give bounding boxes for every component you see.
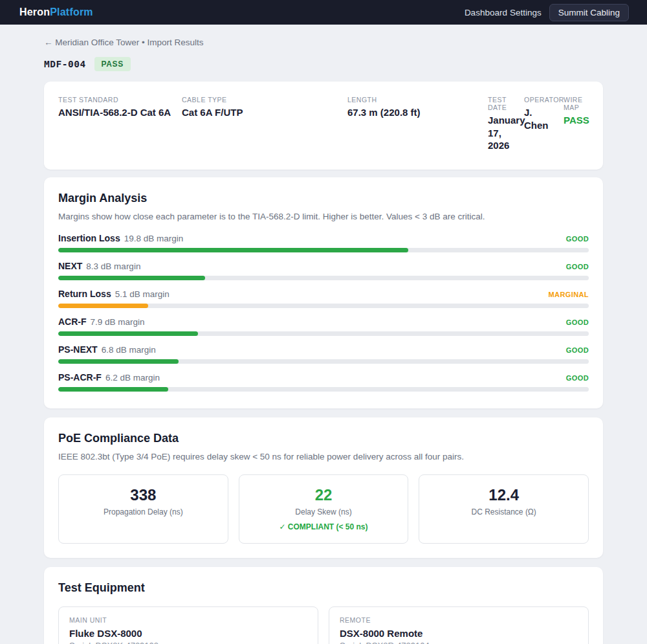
brand-logo[interactable]: HeronPlatform <box>19 6 93 18</box>
summary-field-test-standard: TEST STANDARD ANSI/TIA-568.2-D Cat 6A <box>58 96 182 119</box>
breadcrumb-back-link[interactable]: ← Meridian Office Tower • Import Results <box>44 38 603 47</box>
nav-settings[interactable]: Settings <box>509 5 542 20</box>
margin-row-return-loss: Return Loss 5.1 dB margin MARGINAL <box>58 289 589 308</box>
margin-bar-track <box>58 331 589 336</box>
stat-label: DC Resistance (Ω) <box>427 507 580 516</box>
margin-analysis-card: Margin Analysis Margins show how close e… <box>44 177 603 408</box>
cable-id: MDF-004 <box>44 59 86 69</box>
margin-bar-track <box>58 304 589 308</box>
stat-label: Propagation Delay (ns) <box>67 507 220 516</box>
margin-row-insertion-loss: Insertion Loss 19.8 dB margin GOOD <box>58 233 589 252</box>
equipment-serial: Serial: DSX8R-4729104 <box>340 641 578 644</box>
margin-row-acr-f: ACR-F 7.9 dB margin GOOD <box>58 316 589 336</box>
org-switcher-button[interactable]: Summit Cabling <box>549 4 629 21</box>
poe-title: PoE Compliance Data <box>58 432 589 445</box>
brand-part-1: Heron <box>19 6 50 17</box>
stat-value: 12.4 <box>427 486 580 504</box>
equipment-role: REMOTE <box>340 616 578 624</box>
status-label: GOOD <box>566 318 589 326</box>
margin-bar-track <box>58 359 589 364</box>
margin-rows: Insertion Loss 19.8 dB margin GOOD NEXT … <box>58 233 589 392</box>
wire-map-result: PASS <box>564 114 584 127</box>
status-label: GOOD <box>566 374 589 382</box>
equipment-name: DSX-8000 Remote <box>340 628 578 639</box>
margin-bar-fill <box>58 304 148 308</box>
test-summary-card: TEST STANDARD ANSI/TIA-568.2-D Cat 6A CA… <box>44 82 603 170</box>
page-title-row: MDF-004 PASS <box>44 57 603 71</box>
equipment-name: Fluke DSX-8000 <box>69 628 307 639</box>
margin-bar-track <box>58 387 589 392</box>
summary-field-length: LENGTH 67.3 m (220.8 ft) <box>347 96 488 119</box>
report-page: ← Meridian Office Tower • Import Results… <box>44 38 603 644</box>
margin-bar-fill <box>58 331 198 336</box>
equipment-role: MAIN UNIT <box>69 616 307 624</box>
margin-row-ps-next: PS-NEXT 6.8 dB margin GOOD <box>58 344 589 364</box>
summary-field-operator: OPERATOR J. Chen <box>524 96 564 131</box>
margin-bar-fill <box>58 359 179 364</box>
summary-field-test-date: TEST DATE January 17, 2026 <box>488 96 524 152</box>
margin-bar-fill <box>58 248 408 252</box>
stat-propagation-delay: 338 Propagation Delay (ns) <box>58 474 228 544</box>
nav-dashboard[interactable]: Dashboard <box>464 5 508 20</box>
top-nav-links: Dashboard Settings Summit Cabling <box>464 4 629 21</box>
margin-bar-fill <box>58 387 168 392</box>
overall-status-badge: PASS <box>94 57 131 71</box>
test-equipment-card: Test Equipment MAIN UNIT Fluke DSX-8000 … <box>44 567 603 644</box>
stat-value: 338 <box>67 486 220 504</box>
brand-part-2: Platform <box>50 6 93 17</box>
status-label: GOOD <box>566 235 589 243</box>
equipment-row: MAIN UNIT Fluke DSX-8000 Serial: DSX8K-4… <box>58 606 589 644</box>
margin-row-ps-acr-f: PS-ACR-F 6.2 dB margin GOOD <box>58 372 589 392</box>
margin-bar-track <box>58 248 589 252</box>
top-nav-bar: HeronPlatform Dashboard Settings Summit … <box>0 0 647 25</box>
margin-analysis-subtitle: Margins show how close each parameter is… <box>58 212 589 221</box>
margin-bar-fill <box>58 276 205 280</box>
summary-field-cable-type: CABLE TYPE Cat 6A F/UTP <box>182 96 347 119</box>
margin-bar-track <box>58 276 589 280</box>
stat-value: 22 <box>247 486 400 504</box>
poe-subtitle: IEEE 802.3bt (Type 3/4 PoE) requires del… <box>58 452 589 461</box>
summary-field-wire-map: WIRE MAP PASS <box>564 96 589 127</box>
equipment-title: Test Equipment <box>58 581 589 595</box>
stat-label: Delay Skew (ns) <box>247 507 400 516</box>
status-label: GOOD <box>566 346 589 354</box>
status-label: GOOD <box>566 263 589 271</box>
poe-stats-row: 338 Propagation Delay (ns) 22 Delay Skew… <box>58 474 589 544</box>
poe-compliance-card: PoE Compliance Data IEEE 802.3bt (Type 3… <box>44 417 603 558</box>
equipment-remote-unit: REMOTE DSX-8000 Remote Serial: DSX8R-472… <box>329 606 589 644</box>
compliance-note: ✓ COMPLIANT (< 50 ns) <box>247 522 400 531</box>
equipment-main-unit: MAIN UNIT Fluke DSX-8000 Serial: DSX8K-4… <box>58 606 318 644</box>
equipment-serial: Serial: DSX8K-4729103 <box>69 641 307 644</box>
margin-analysis-title: Margin Analysis <box>58 192 589 205</box>
stat-delay-skew: 22 Delay Skew (ns) ✓ COMPLIANT (< 50 ns) <box>239 474 409 544</box>
status-label: MARGINAL <box>549 291 589 298</box>
stat-dc-resistance: 12.4 DC Resistance (Ω) <box>419 474 589 544</box>
margin-row-next: NEXT 8.3 dB margin GOOD <box>58 261 589 280</box>
